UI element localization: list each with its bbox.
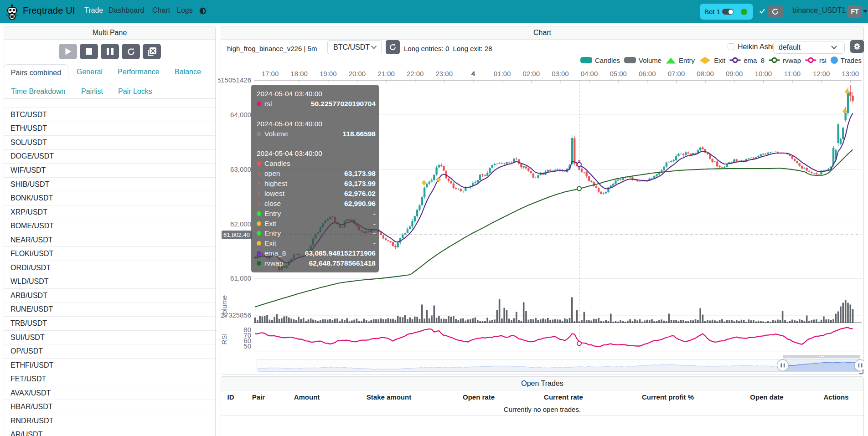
svg-text:Volume: Volume (220, 295, 228, 318)
svg-text:62,000: 62,000 (230, 220, 251, 228)
svg-text:05:00: 05:00 (610, 70, 627, 77)
svg-text:02:00: 02:00 (523, 70, 540, 77)
svg-text:17:00: 17:00 (262, 70, 279, 77)
svg-text:61,802.40: 61,802.40 (223, 231, 250, 238)
svg-text:08:00: 08:00 (697, 70, 714, 77)
svg-text:07:00: 07:00 (668, 70, 685, 77)
svg-text:20:00: 20:00 (349, 70, 366, 77)
svg-text:64,000: 64,000 (230, 111, 251, 118)
svg-text:04:00: 04:00 (581, 70, 598, 77)
svg-text:01:00: 01:00 (494, 70, 511, 77)
svg-text:11:00: 11:00 (784, 70, 801, 77)
svg-text:61,000: 61,000 (230, 274, 251, 282)
svg-text:21:00: 21:00 (377, 70, 395, 77)
svg-text:09:00: 09:00 (726, 70, 743, 77)
svg-text:10:00: 10:00 (755, 70, 772, 77)
svg-text:23:00: 23:00 (436, 70, 453, 77)
svg-text:63,000: 63,000 (230, 165, 251, 173)
svg-text:12:00: 12:00 (813, 70, 830, 77)
svg-text:13:00: 13:00 (842, 70, 859, 77)
svg-text:50: 50 (243, 342, 251, 350)
svg-text:RSI: RSI (220, 333, 228, 344)
svg-text:18:00: 18:00 (290, 70, 308, 77)
svg-text:22:00: 22:00 (407, 70, 424, 77)
svg-text:515051426: 515051426 (218, 76, 251, 84)
svg-text:4: 4 (471, 70, 475, 77)
svg-text:03:00: 03:00 (552, 70, 569, 77)
svg-text:06:00: 06:00 (639, 70, 656, 77)
svg-text:19:00: 19:00 (320, 70, 337, 77)
